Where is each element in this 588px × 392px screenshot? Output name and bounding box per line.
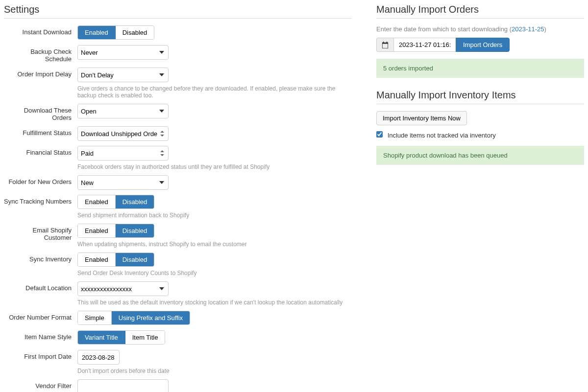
- include-not-tracked-text: Include items not tracked via inventory: [388, 132, 496, 139]
- default-location-select[interactable]: xxxxxxxxxxxxxxxx: [77, 281, 169, 296]
- sync-tracking-disabled-button[interactable]: Disabled: [116, 195, 154, 208]
- label-sync-tracking: Sync Tracking Numbers: [4, 195, 77, 205]
- ins-variant-button[interactable]: Variant Title: [78, 331, 125, 344]
- import-orders-title: Manually Import Orders: [376, 4, 584, 19]
- include-not-tracked-checkbox[interactable]: [376, 131, 383, 138]
- folder-new-orders-select[interactable]: New: [77, 175, 169, 190]
- toggle-sync-tracking: Enabled Disabled: [77, 195, 154, 209]
- hint-first-import-date: Don't import orders before this date: [77, 368, 352, 374]
- import-orders-date-link[interactable]: 2023-11-25: [512, 25, 544, 33]
- label-sync-inventory: Sync Inventory: [4, 253, 77, 263]
- include-not-tracked-label[interactable]: Include items not tracked via inventory: [376, 132, 496, 139]
- label-default-location: Default Location: [4, 281, 77, 292]
- hint-default-location: This will be used as the default invento…: [77, 299, 352, 306]
- hint-sync-inventory: Send Order Desk Inventory Counts to Shop…: [77, 270, 352, 277]
- label-download-these-orders: Download These Orders: [4, 104, 77, 121]
- first-import-date-input[interactable]: [77, 350, 120, 365]
- email-customer-enabled-button[interactable]: Enabled: [78, 224, 116, 237]
- label-folder-new-orders: Folder for New Orders: [4, 175, 77, 185]
- vendor-filter-input[interactable]: [77, 379, 169, 392]
- hint-sync-tracking: Send shipment information back to Shopif…: [77, 212, 352, 219]
- label-order-number-format: Order Number Format: [4, 311, 77, 321]
- toggle-instant-download: Enabled Disabled: [77, 25, 154, 40]
- toggle-order-number-format: Simple Using Prefix and Suffix: [77, 311, 190, 325]
- hint-financial-status: Facebook orders stay in authorized statu…: [77, 163, 352, 170]
- onf-prefix-suffix-button[interactable]: Using Prefix and Suffix: [112, 311, 190, 324]
- download-these-orders-select[interactable]: Open: [77, 104, 169, 118]
- instant-download-enabled-button[interactable]: Enabled: [78, 26, 116, 39]
- import-orders-hint: Enter the date from which to start downl…: [376, 25, 584, 33]
- sync-inventory-enabled-button[interactable]: Enabled: [78, 253, 116, 266]
- hint-email-customer: When updating shipments, instruct Shopif…: [77, 241, 352, 248]
- financial-status-select[interactable]: Paid: [77, 146, 169, 161]
- onf-simple-button[interactable]: Simple: [78, 311, 112, 324]
- sync-inventory-disabled-button[interactable]: Disabled: [116, 253, 154, 266]
- label-fulfillment-status: Fulfillment Status: [4, 126, 77, 137]
- label-item-name-style: Item Name Style: [4, 330, 77, 341]
- hint-order-import-delay: Give orders a chance to be changed befor…: [77, 85, 352, 99]
- email-customer-disabled-button[interactable]: Disabled: [116, 224, 154, 237]
- label-vendor-filter: Vendor Filter: [4, 379, 77, 390]
- settings-title: Settings: [4, 4, 352, 19]
- label-email-customer: Email Shopify Customer: [4, 224, 77, 241]
- label-financial-status: Financial Status: [4, 146, 77, 156]
- import-orders-success: 5 orders imported: [376, 59, 584, 78]
- calendar-icon: [376, 38, 393, 52]
- instant-download-disabled-button[interactable]: Disabled: [116, 26, 154, 39]
- import-orders-input-group: Import Orders: [376, 38, 510, 52]
- label-backup-check: Backup Check Schedule: [4, 45, 77, 63]
- import-orders-date-input[interactable]: [393, 38, 456, 52]
- fulfillment-status-select[interactable]: Download Unshipped Orders: [77, 126, 169, 141]
- sync-tracking-enabled-button[interactable]: Enabled: [78, 195, 116, 208]
- toggle-sync-inventory: Enabled Disabled: [77, 253, 154, 267]
- import-inventory-button[interactable]: Import Inventory Items Now: [376, 111, 467, 125]
- backup-check-select[interactable]: Never: [77, 45, 169, 60]
- order-import-delay-select[interactable]: Don't Delay: [77, 68, 169, 82]
- toggle-email-customer: Enabled Disabled: [77, 224, 154, 238]
- import-inventory-title: Manually Import Inventory Items: [376, 90, 584, 104]
- import-inventory-success: Shopify product download has been queued: [376, 146, 584, 165]
- toggle-item-name-style: Variant Title Item Title: [77, 330, 165, 345]
- import-orders-button[interactable]: Import Orders: [456, 38, 510, 52]
- label-first-import-date: First Import Date: [4, 350, 77, 360]
- label-instant-download: Instant Download: [4, 25, 77, 36]
- ins-item-button[interactable]: Item Title: [125, 331, 165, 344]
- label-order-import-delay: Order Import Delay: [4, 68, 77, 78]
